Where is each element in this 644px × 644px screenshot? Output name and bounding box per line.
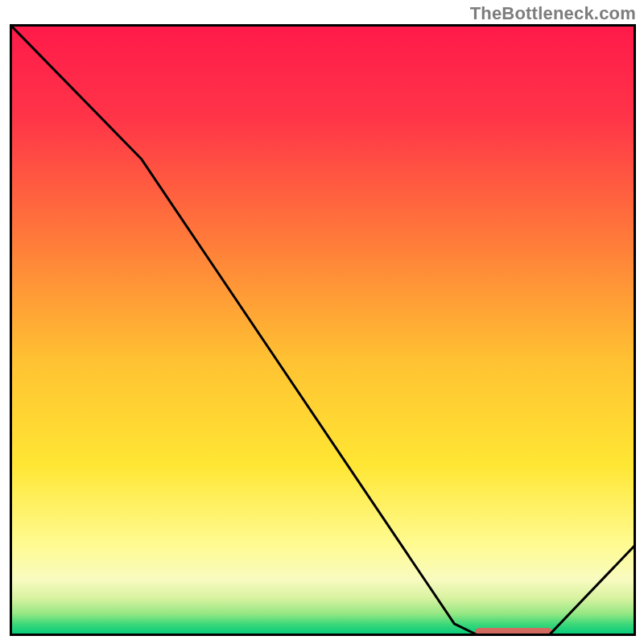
gradient-background bbox=[11, 26, 635, 635]
chart-svg bbox=[10, 24, 636, 636]
watermark-text: TheBottleneck.com bbox=[470, 3, 636, 24]
chart-stage: TheBottleneck.com bbox=[0, 0, 644, 644]
plot-area bbox=[10, 24, 636, 636]
